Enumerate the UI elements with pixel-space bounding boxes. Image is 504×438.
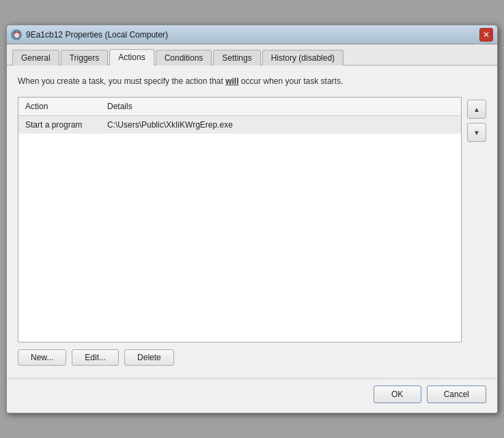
tab-content-area: When you create a task, you must specify… <box>7 65 497 378</box>
description-text: When you create a task, you must specify… <box>18 75 486 87</box>
tab-actions[interactable]: Actions <box>109 49 154 65</box>
tab-triggers[interactable]: Triggers <box>61 50 109 65</box>
table-header: Action Details <box>18 98 461 116</box>
tab-conditions[interactable]: Conditions <box>156 50 212 65</box>
table-cell-details: C:\Users\Public\XkIiKWrgErep.exe <box>100 119 461 131</box>
move-down-button[interactable]: ▼ <box>467 123 486 142</box>
actions-area: Action Details Start a program C:\Users\… <box>18 97 486 342</box>
tab-general[interactable]: General <box>12 50 59 65</box>
arrow-buttons-panel: ▲ ▼ <box>467 97 486 342</box>
tabs-bar: General Triggers Actions Conditions Sett… <box>7 44 497 65</box>
table-cell-action: Start a program <box>18 119 100 131</box>
delete-button[interactable]: Delete <box>124 349 174 366</box>
footer: OK Cancel <box>7 378 497 413</box>
cancel-button[interactable]: Cancel <box>427 385 486 403</box>
title-bar: ⏰ 9Ea1cb12 Properties (Local Computer) ✕ <box>7 25 497 44</box>
main-window: ⏰ 9Ea1cb12 Properties (Local Computer) ✕… <box>6 25 498 413</box>
close-button[interactable]: ✕ <box>479 28 493 42</box>
window-title: 9Ea1cb12 Properties (Local Computer) <box>26 30 479 40</box>
ok-button[interactable]: OK <box>374 385 421 403</box>
description-bold: will <box>225 76 238 86</box>
actions-table: Action Details Start a program C:\Users\… <box>18 97 462 342</box>
tab-settings[interactable]: Settings <box>213 50 260 65</box>
move-up-button[interactable]: ▲ <box>467 100 486 119</box>
bottom-buttons-bar: New... Edit... Delete <box>18 342 486 368</box>
tab-history[interactable]: History (disabled) <box>262 50 344 65</box>
column-header-details: Details <box>100 100 461 113</box>
edit-button[interactable]: Edit... <box>72 349 119 366</box>
description-before: When you create a task, you must specify… <box>18 76 225 86</box>
column-header-action: Action <box>18 100 100 113</box>
new-button[interactable]: New... <box>18 349 66 366</box>
table-row[interactable]: Start a program C:\Users\Public\XkIiKWrg… <box>18 116 461 134</box>
window-icon: ⏰ <box>11 29 22 40</box>
description-after: occur when your task starts. <box>239 76 344 86</box>
